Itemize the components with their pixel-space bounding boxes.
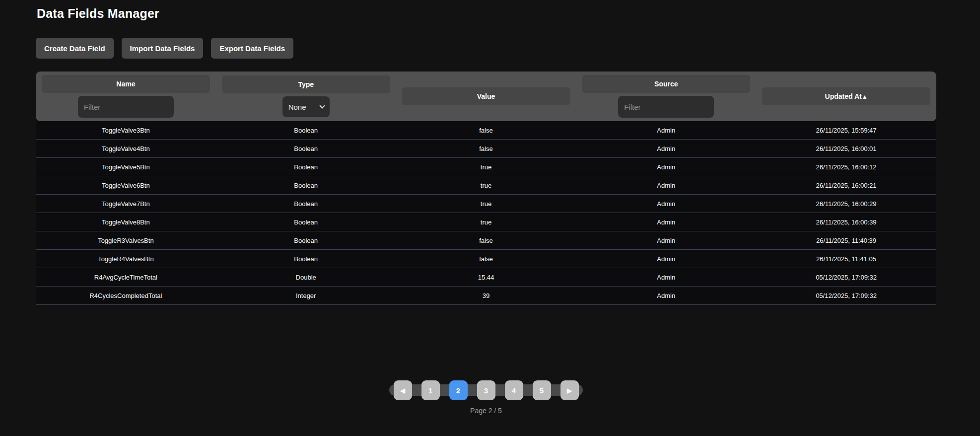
page-button-1[interactable]: 1 [421, 380, 440, 400]
table-cell-name: R4CyclesCompletedTotal [36, 292, 216, 299]
table-cell-updated: 26/11/2025, 16:00:12 [756, 163, 936, 171]
column-title-value[interactable]: Value [402, 87, 570, 105]
table-cell-source: Admin [576, 237, 756, 244]
column-header-name: Name [36, 72, 216, 121]
table-cell-type: Boolean [216, 145, 396, 152]
table-cell-name: ToggleValve5Btn [36, 163, 216, 171]
table-cell-updated: 05/12/2025, 17:09:32 [756, 274, 936, 281]
table-cell-source: Admin [576, 255, 756, 263]
table-cell-value: true [396, 182, 576, 189]
next-page-button[interactable]: ▶ [560, 380, 579, 400]
table-row[interactable]: ToggleValve5BtnBooleantrueAdmin26/11/202… [36, 158, 936, 176]
table-cell-updated: 26/11/2025, 16:00:01 [756, 145, 936, 152]
name-filter-input[interactable] [78, 96, 174, 118]
table-cell-source: Admin [576, 218, 756, 226]
page-button-3[interactable]: 3 [477, 380, 495, 400]
sort-ascending-icon: ▲ [862, 93, 868, 100]
table-row[interactable]: R4AvgCycleTimeTotalDouble15.44Admin05/12… [36, 268, 936, 287]
table-cell-type: Integer [216, 292, 396, 299]
table-cell-type: Boolean [216, 127, 396, 134]
table-cell-name: R4AvgCycleTimeTotal [36, 274, 216, 281]
page-button-4[interactable]: 4 [505, 380, 523, 400]
column-header-value: Value [396, 72, 576, 121]
table-cell-updated: 05/12/2025, 17:09:32 [756, 292, 936, 299]
table-cell-source: Admin [576, 292, 756, 299]
column-header-source: Source [576, 72, 756, 121]
table-cell-source: Admin [576, 145, 756, 152]
table-row[interactable]: ToggleValve3BtnBooleanfalseAdmin26/11/20… [36, 121, 936, 140]
table-cell-name: ToggleValve6Btn [36, 182, 216, 189]
table-cell-source: Admin [576, 127, 756, 134]
table-cell-name: ToggleValve8Btn [36, 218, 216, 226]
table-cell-updated: 26/11/2025, 15:59:47 [756, 127, 936, 134]
table-row[interactable]: ToggleR4ValvesBtnBooleanfalseAdmin26/11/… [36, 250, 936, 268]
table-cell-value: true [396, 163, 576, 171]
data-fields-manager-page: Data Fields Manager Create Data Field Im… [0, 0, 980, 415]
table-row[interactable]: ToggleValve6BtnBooleantrueAdmin26/11/202… [36, 176, 936, 195]
export-data-fields-button[interactable]: Export Data Fields [211, 38, 293, 59]
table-row[interactable]: R4CyclesCompletedTotalInteger39Admin05/1… [36, 287, 936, 305]
create-data-field-button[interactable]: Create Data Field [36, 38, 114, 59]
import-data-fields-button[interactable]: Import Data Fields [122, 38, 204, 59]
column-title-name[interactable]: Name [42, 75, 210, 93]
table-cell-name: ToggleValve3Btn [36, 127, 216, 134]
table-cell-source: Admin [576, 163, 756, 171]
table-cell-value: false [396, 127, 576, 134]
column-header-type: Type None [216, 72, 396, 121]
page-title: Data Fields Manager [36, 6, 936, 21]
table-cell-updated: 26/11/2025, 16:00:21 [756, 182, 936, 189]
source-filter-input[interactable] [618, 96, 714, 118]
table-cell-updated: 26/11/2025, 11:40:39 [756, 237, 936, 244]
table-cell-value: 15.44 [396, 274, 576, 281]
table-cell-value: false [396, 145, 576, 152]
toolbar: Create Data Field Import Data Fields Exp… [36, 38, 936, 59]
table-cell-value: true [396, 200, 576, 208]
table-cell-source: Admin [576, 200, 756, 208]
table-cell-source: Admin [576, 274, 756, 281]
table-cell-name: ToggleValve7Btn [36, 200, 216, 208]
table-cell-name: ToggleR4ValvesBtn [36, 255, 216, 263]
table-header: Name Type None Value Source Updated At▲ [36, 72, 936, 121]
pager-buttons: ◀12345▶ [394, 380, 579, 400]
column-title-updated-at[interactable]: Updated At▲ [762, 87, 930, 105]
table-body: ToggleValve3BtnBooleanfalseAdmin26/11/20… [36, 121, 936, 305]
table-cell-name: ToggleValve4Btn [36, 145, 216, 152]
table-cell-type: Boolean [216, 200, 396, 208]
column-title-type[interactable]: Type [222, 75, 390, 93]
table-row[interactable]: ToggleValve4BtnBooleanfalseAdmin26/11/20… [36, 140, 936, 158]
table-row[interactable]: ToggleValve8BtnBooleantrueAdmin26/11/202… [36, 213, 936, 231]
updated-at-label: Updated At [825, 92, 862, 100]
table-cell-name: ToggleR3ValvesBtn [36, 237, 216, 244]
table-cell-value: false [396, 255, 576, 263]
table-cell-type: Double [216, 274, 396, 281]
pagination: ◀12345▶ [36, 380, 936, 400]
table-cell-type: Boolean [216, 255, 396, 263]
page-button-5[interactable]: 5 [533, 380, 551, 400]
table-row[interactable]: ToggleR3ValvesBtnBooleanfalseAdmin26/11/… [36, 231, 936, 250]
type-filter-select[interactable]: None [282, 96, 330, 117]
table-cell-type: Boolean [216, 163, 396, 171]
table-cell-value: true [396, 218, 576, 226]
table-cell-updated: 26/11/2025, 16:00:29 [756, 200, 936, 208]
column-title-source[interactable]: Source [582, 75, 750, 93]
table-cell-type: Boolean [216, 237, 396, 244]
table-cell-value: 39 [396, 292, 576, 299]
table-cell-updated: 26/11/2025, 11:41:05 [756, 255, 936, 263]
page-caption: Page 2 / 5 [36, 407, 936, 415]
table-cell-source: Admin [576, 182, 756, 189]
table-cell-updated: 26/11/2025, 16:00:39 [756, 218, 936, 226]
type-filter: None [282, 96, 330, 117]
prev-page-button[interactable]: ◀ [394, 380, 412, 400]
page-button-2[interactable]: 2 [449, 380, 468, 400]
table-cell-type: Boolean [216, 182, 396, 189]
table-cell-type: Boolean [216, 218, 396, 226]
table-cell-value: false [396, 237, 576, 244]
column-header-updated-at: Updated At▲ [756, 72, 936, 121]
table-row[interactable]: ToggleValve7BtnBooleantrueAdmin26/11/202… [36, 195, 936, 213]
